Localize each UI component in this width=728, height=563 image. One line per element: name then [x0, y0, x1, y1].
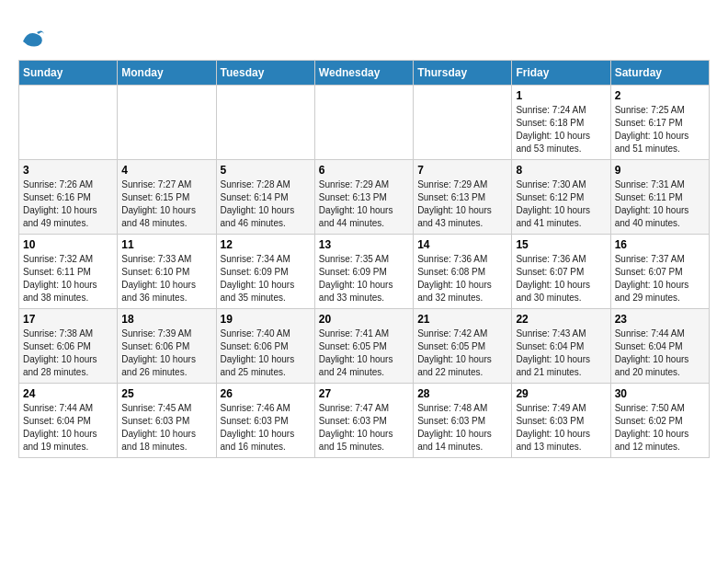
day-number: 23 — [615, 313, 705, 326]
calendar-cell: 15Sunrise: 7:36 AM Sunset: 6:07 PM Dayli… — [512, 235, 610, 309]
day-number: 26 — [221, 387, 311, 400]
day-info: Sunrise: 7:47 AM Sunset: 6:03 PM Dayligh… — [319, 402, 409, 454]
calendar-cell: 26Sunrise: 7:46 AM Sunset: 6:03 PM Dayli… — [216, 384, 314, 458]
day-number: 2 — [615, 89, 705, 102]
day-number: 19 — [221, 313, 311, 326]
calendar-cell — [19, 86, 118, 160]
day-info: Sunrise: 7:29 AM Sunset: 6:13 PM Dayligh… — [417, 178, 507, 230]
day-number: 11 — [121, 238, 211, 251]
day-number: 5 — [221, 164, 311, 177]
calendar-cell: 11Sunrise: 7:33 AM Sunset: 6:10 PM Dayli… — [118, 235, 216, 309]
day-info: Sunrise: 7:48 AM Sunset: 6:03 PM Dayligh… — [417, 402, 507, 454]
day-number: 20 — [319, 313, 409, 326]
calendar-cell: 24Sunrise: 7:44 AM Sunset: 6:04 PM Dayli… — [19, 384, 118, 458]
day-number: 6 — [319, 164, 409, 177]
calendar-cell: 9Sunrise: 7:31 AM Sunset: 6:11 PM Daylig… — [610, 160, 709, 235]
day-info: Sunrise: 7:29 AM Sunset: 6:13 PM Dayligh… — [319, 178, 409, 230]
day-number: 14 — [417, 238, 507, 251]
day-number: 30 — [615, 387, 705, 400]
day-info: Sunrise: 7:50 AM Sunset: 6:02 PM Dayligh… — [615, 402, 705, 454]
day-info: Sunrise: 7:46 AM Sunset: 6:03 PM Dayligh… — [221, 402, 311, 454]
calendar-cell: 1Sunrise: 7:24 AM Sunset: 6:18 PM Daylig… — [512, 86, 610, 160]
day-info: Sunrise: 7:24 AM Sunset: 6:18 PM Dayligh… — [516, 104, 606, 155]
day-info: Sunrise: 7:38 AM Sunset: 6:06 PM Dayligh… — [23, 327, 113, 379]
calendar-cell — [414, 86, 512, 160]
day-number: 9 — [615, 164, 705, 177]
calendar-cell: 21Sunrise: 7:42 AM Sunset: 6:05 PM Dayli… — [414, 309, 512, 384]
weekday-header: Friday — [512, 61, 610, 86]
day-number: 15 — [516, 238, 606, 251]
day-info: Sunrise: 7:37 AM Sunset: 6:07 PM Dayligh… — [615, 253, 705, 304]
day-number: 17 — [23, 313, 113, 326]
weekday-header: Tuesday — [216, 61, 314, 86]
day-info: Sunrise: 7:40 AM Sunset: 6:06 PM Dayligh… — [221, 327, 311, 379]
day-number: 22 — [516, 313, 606, 326]
calendar-cell: 23Sunrise: 7:44 AM Sunset: 6:04 PM Dayli… — [610, 309, 709, 384]
page-header — [18, 18, 710, 51]
day-info: Sunrise: 7:39 AM Sunset: 6:06 PM Dayligh… — [121, 327, 211, 379]
day-number: 12 — [221, 238, 311, 251]
weekday-header: Sunday — [19, 61, 118, 86]
calendar-cell: 7Sunrise: 7:29 AM Sunset: 6:13 PM Daylig… — [414, 160, 512, 235]
day-number: 3 — [23, 164, 113, 177]
day-number: 8 — [516, 164, 606, 177]
weekday-header: Thursday — [414, 61, 512, 86]
calendar-cell: 22Sunrise: 7:43 AM Sunset: 6:04 PM Dayli… — [512, 309, 610, 384]
calendar-cell: 17Sunrise: 7:38 AM Sunset: 6:06 PM Dayli… — [19, 309, 118, 384]
day-number: 16 — [615, 238, 705, 251]
day-info: Sunrise: 7:31 AM Sunset: 6:11 PM Dayligh… — [615, 178, 705, 230]
calendar-cell: 27Sunrise: 7:47 AM Sunset: 6:03 PM Dayli… — [314, 384, 413, 458]
calendar-cell — [314, 86, 413, 160]
calendar-cell: 28Sunrise: 7:48 AM Sunset: 6:03 PM Dayli… — [414, 384, 512, 458]
calendar-cell: 19Sunrise: 7:40 AM Sunset: 6:06 PM Dayli… — [216, 309, 314, 384]
calendar-cell: 5Sunrise: 7:28 AM Sunset: 6:14 PM Daylig… — [216, 160, 314, 235]
calendar-cell — [118, 86, 216, 160]
weekday-header: Wednesday — [314, 61, 413, 86]
day-number: 21 — [417, 313, 507, 326]
day-info: Sunrise: 7:49 AM Sunset: 6:03 PM Dayligh… — [516, 402, 606, 454]
calendar-table: SundayMondayTuesdayWednesdayThursdayFrid… — [18, 60, 710, 458]
day-info: Sunrise: 7:27 AM Sunset: 6:15 PM Dayligh… — [121, 178, 211, 230]
calendar-cell: 8Sunrise: 7:30 AM Sunset: 6:12 PM Daylig… — [512, 160, 610, 235]
day-info: Sunrise: 7:33 AM Sunset: 6:10 PM Dayligh… — [121, 253, 211, 304]
day-info: Sunrise: 7:36 AM Sunset: 6:08 PM Dayligh… — [417, 253, 507, 304]
logo-icon — [18, 23, 46, 51]
day-number: 24 — [23, 387, 113, 400]
calendar-cell: 14Sunrise: 7:36 AM Sunset: 6:08 PM Dayli… — [414, 235, 512, 309]
day-number: 4 — [121, 164, 211, 177]
day-info: Sunrise: 7:34 AM Sunset: 6:09 PM Dayligh… — [221, 253, 311, 304]
day-number: 10 — [23, 238, 113, 251]
calendar-cell: 12Sunrise: 7:34 AM Sunset: 6:09 PM Dayli… — [216, 235, 314, 309]
calendar-cell: 10Sunrise: 7:32 AM Sunset: 6:11 PM Dayli… — [19, 235, 118, 309]
calendar-cell: 6Sunrise: 7:29 AM Sunset: 6:13 PM Daylig… — [314, 160, 413, 235]
calendar-cell: 29Sunrise: 7:49 AM Sunset: 6:03 PM Dayli… — [512, 384, 610, 458]
day-number: 28 — [417, 387, 507, 400]
logo — [18, 23, 50, 51]
calendar-cell: 3Sunrise: 7:26 AM Sunset: 6:16 PM Daylig… — [19, 160, 118, 235]
calendar-cell: 30Sunrise: 7:50 AM Sunset: 6:02 PM Dayli… — [610, 384, 709, 458]
calendar-cell: 25Sunrise: 7:45 AM Sunset: 6:03 PM Dayli… — [118, 384, 216, 458]
day-number: 13 — [319, 238, 409, 251]
day-info: Sunrise: 7:44 AM Sunset: 6:04 PM Dayligh… — [23, 402, 113, 454]
day-info: Sunrise: 7:36 AM Sunset: 6:07 PM Dayligh… — [516, 253, 606, 304]
day-number: 27 — [319, 387, 409, 400]
day-number: 7 — [417, 164, 507, 177]
day-info: Sunrise: 7:41 AM Sunset: 6:05 PM Dayligh… — [319, 327, 409, 379]
day-info: Sunrise: 7:43 AM Sunset: 6:04 PM Dayligh… — [516, 327, 606, 379]
day-number: 1 — [516, 89, 606, 102]
calendar-cell: 4Sunrise: 7:27 AM Sunset: 6:15 PM Daylig… — [118, 160, 216, 235]
day-info: Sunrise: 7:35 AM Sunset: 6:09 PM Dayligh… — [319, 253, 409, 304]
day-info: Sunrise: 7:28 AM Sunset: 6:14 PM Dayligh… — [221, 178, 311, 230]
calendar-cell — [216, 86, 314, 160]
day-info: Sunrise: 7:45 AM Sunset: 6:03 PM Dayligh… — [121, 402, 211, 454]
day-info: Sunrise: 7:42 AM Sunset: 6:05 PM Dayligh… — [417, 327, 507, 379]
day-number: 29 — [516, 387, 606, 400]
calendar-cell: 18Sunrise: 7:39 AM Sunset: 6:06 PM Dayli… — [118, 309, 216, 384]
day-info: Sunrise: 7:26 AM Sunset: 6:16 PM Dayligh… — [23, 178, 113, 230]
calendar-cell: 2Sunrise: 7:25 AM Sunset: 6:17 PM Daylig… — [610, 86, 709, 160]
day-info: Sunrise: 7:25 AM Sunset: 6:17 PM Dayligh… — [615, 104, 705, 155]
weekday-header: Monday — [118, 61, 216, 86]
day-number: 25 — [121, 387, 211, 400]
calendar-cell: 16Sunrise: 7:37 AM Sunset: 6:07 PM Dayli… — [610, 235, 709, 309]
day-info: Sunrise: 7:44 AM Sunset: 6:04 PM Dayligh… — [615, 327, 705, 379]
